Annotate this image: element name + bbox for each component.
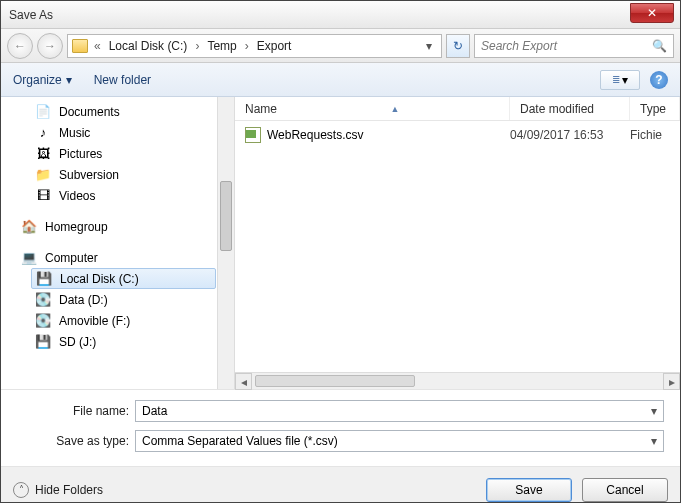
title-bar: Save As ✕	[1, 1, 680, 29]
save-type-select[interactable]: Comma Separated Values file (*.csv) ▾	[135, 430, 664, 452]
hide-folders-button[interactable]: ˄ Hide Folders	[13, 482, 103, 498]
close-icon: ✕	[647, 6, 657, 20]
back-icon: ←	[14, 39, 26, 53]
scrollbar-thumb[interactable]	[255, 375, 415, 387]
main-area: 📄Documents♪Music🖼Pictures📁Subversion🎞Vid…	[1, 97, 680, 389]
nav-bar: ← → « Local Disk (C:) › Temp › Export ▾ …	[1, 29, 680, 63]
tree-item-label: Homegroup	[45, 220, 108, 234]
tree-item[interactable]: 🖼Pictures	[1, 143, 234, 164]
footer: ˄ Hide Folders Save Cancel	[1, 466, 680, 503]
refresh-button[interactable]: ↻	[446, 34, 470, 58]
tree-item-icon: 💾	[35, 334, 51, 350]
refresh-icon: ↻	[453, 39, 463, 53]
chevron-down-icon: ▾	[622, 73, 628, 87]
help-button[interactable]: ?	[650, 71, 668, 89]
tree-item-icon: ♪	[35, 125, 51, 141]
tree-item-label: SD (J:)	[59, 335, 96, 349]
breadcrumb-dropdown[interactable]: ▾	[421, 39, 437, 53]
chevron-down-icon: ▾	[66, 73, 72, 87]
sort-asc-icon: ▲	[391, 104, 400, 114]
tree-item[interactable]: 🏠Homegroup	[1, 216, 234, 237]
tree-item-icon: 🏠	[21, 219, 37, 235]
filename-label: File name:	[17, 404, 129, 418]
tree-item-label: Local Disk (C:)	[60, 272, 139, 286]
folder-icon	[72, 39, 88, 53]
chevron-down-icon[interactable]: ▾	[651, 434, 657, 448]
tree-item-icon: 💽	[35, 313, 51, 329]
file-name: WebRequests.csv	[267, 128, 364, 142]
tree-item[interactable]: 💽Amovible (F:)	[1, 310, 234, 331]
scrollbar-thumb[interactable]	[220, 181, 232, 251]
form-area: File name: Data ▾ Save as type: Comma Se…	[1, 389, 680, 466]
column-type-label: Type	[640, 102, 666, 116]
scroll-left-button[interactable]: ◂	[235, 373, 252, 390]
close-button[interactable]: ✕	[630, 3, 674, 23]
cancel-button[interactable]: Cancel	[582, 478, 668, 502]
column-name-label: Name	[245, 102, 277, 116]
chevron-right-icon: ›	[243, 39, 251, 53]
tree-item[interactable]: 🎞Videos	[1, 185, 234, 206]
breadcrumb-seg-1[interactable]: Temp	[201, 39, 242, 53]
breadcrumb[interactable]: « Local Disk (C:) › Temp › Export ▾	[67, 34, 442, 58]
column-name[interactable]: Name ▲	[235, 97, 510, 120]
chevron-down-icon[interactable]: ▾	[651, 404, 657, 418]
view-options-button[interactable]: ≣ ▾	[600, 70, 640, 90]
tree-item-label: Subversion	[59, 168, 119, 182]
back-button[interactable]: ←	[7, 33, 33, 59]
save-button[interactable]: Save	[486, 478, 572, 502]
forward-icon: →	[44, 39, 56, 53]
file-pane: Name ▲ Date modified Type WebRequests.cs…	[235, 97, 680, 389]
tree-item-icon: 🎞	[35, 188, 51, 204]
tree-item-label: Computer	[45, 251, 98, 265]
tree-item[interactable]: 📄Documents	[1, 101, 234, 122]
tree-item-icon: 💻	[21, 250, 37, 266]
filename-value: Data	[142, 404, 167, 418]
tree-item-icon: 💾	[36, 271, 52, 287]
csv-file-icon	[245, 127, 261, 143]
tree-item[interactable]: 💽Data (D:)	[1, 289, 234, 310]
organize-button[interactable]: Organize ▾	[13, 73, 72, 87]
horizontal-scrollbar[interactable]: ◂ ▸	[235, 372, 680, 389]
tree-item-label: Pictures	[59, 147, 102, 161]
hide-folders-label: Hide Folders	[35, 483, 103, 497]
tree-item-label: Amovible (F:)	[59, 314, 130, 328]
filename-input[interactable]: Data ▾	[135, 400, 664, 422]
file-row[interactable]: WebRequests.csv04/09/2017 16:53Fichie	[235, 121, 680, 143]
column-type[interactable]: Type	[630, 97, 680, 120]
tree-item-label: Music	[59, 126, 90, 140]
new-folder-button[interactable]: New folder	[94, 73, 151, 87]
tree-item[interactable]: ♪Music	[1, 122, 234, 143]
window-title: Save As	[9, 8, 53, 22]
tree-item-label: Videos	[59, 189, 95, 203]
tree-item[interactable]: 💻Computer	[1, 247, 234, 268]
search-icon: 🔍	[652, 39, 667, 53]
folder-tree: 📄Documents♪Music🖼Pictures📁Subversion🎞Vid…	[1, 97, 235, 389]
save-type-value: Comma Separated Values file (*.csv)	[142, 434, 338, 448]
toolbar: Organize ▾ New folder ≣ ▾ ?	[1, 63, 680, 97]
chevron-right-icon: ›	[193, 39, 201, 53]
file-date: 04/09/2017 16:53	[510, 128, 630, 142]
save-type-label: Save as type:	[17, 434, 129, 448]
tree-item-label: Documents	[59, 105, 120, 119]
tree-scrollbar[interactable]	[217, 97, 234, 389]
tree-item-icon: 📄	[35, 104, 51, 120]
new-folder-label: New folder	[94, 73, 151, 87]
forward-button[interactable]: →	[37, 33, 63, 59]
search-input[interactable]: Search Export 🔍	[474, 34, 674, 58]
file-type: Fichie	[630, 128, 680, 142]
tree-item-icon: 🖼	[35, 146, 51, 162]
help-icon: ?	[655, 73, 662, 87]
tree-item-label: Data (D:)	[59, 293, 108, 307]
cancel-label: Cancel	[606, 483, 643, 497]
column-date[interactable]: Date modified	[510, 97, 630, 120]
breadcrumb-seg-2[interactable]: Export	[251, 39, 298, 53]
column-headers: Name ▲ Date modified Type	[235, 97, 680, 121]
tree-item[interactable]: 📁Subversion	[1, 164, 234, 185]
tree-item-icon: 📁	[35, 167, 51, 183]
tree-item[interactable]: 💾SD (J:)	[1, 331, 234, 352]
scroll-right-button[interactable]: ▸	[663, 373, 680, 390]
chevron-up-icon: ˄	[13, 482, 29, 498]
breadcrumb-prefix: «	[92, 39, 103, 53]
tree-item[interactable]: 💾Local Disk (C:)	[31, 268, 216, 289]
breadcrumb-seg-0[interactable]: Local Disk (C:)	[103, 39, 194, 53]
